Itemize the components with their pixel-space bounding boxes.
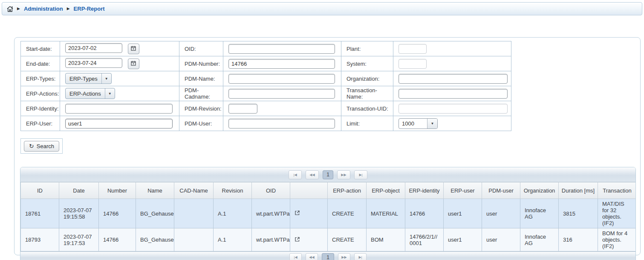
pdm-cadname-input[interactable] <box>228 89 335 99</box>
external-link-icon[interactable] <box>295 210 300 216</box>
pager-next-button[interactable]: ▶▶ <box>338 253 350 260</box>
field-label-pdm-revision: PDM-Revision: <box>179 101 223 116</box>
col-header-erp-object: ERP-object <box>367 182 405 199</box>
start-date-input[interactable] <box>65 43 122 53</box>
cell-id: 18793 <box>21 228 59 251</box>
form-cell <box>223 86 341 101</box>
erp-actions-dropdown-label: ERP-Actions <box>66 88 105 99</box>
col-header-link <box>290 182 328 199</box>
table-header-row: ID Date Number Name CAD-Name Revision OI… <box>21 182 636 199</box>
pager-page-1-button[interactable]: 1 <box>322 253 334 260</box>
field-label-pdm-name: PDM-Name: <box>179 71 223 86</box>
erp-types-dropdown-label: ERP-Types <box>66 73 101 84</box>
cell-erp-identity: 14766 <box>405 199 444 228</box>
cell-erp-action: CREATE <box>328 228 367 251</box>
form-cell: ERP-Actions ▼ <box>60 86 179 101</box>
cell-erp-object: MATERIAL <box>367 199 405 228</box>
table-row[interactable]: 18761 2023-07-07 19:15:58 14766 BG_Gehau… <box>21 199 636 228</box>
erp-report-panel: Start-date: OID: Plant: End-date: PDM-Nu… <box>14 37 641 255</box>
field-label-transaction-uid: Transaction-UID: <box>341 101 393 116</box>
col-header-erp-identity: ERP-identity <box>405 182 444 199</box>
pdm-revision-input[interactable] <box>228 104 257 114</box>
transaction-uid-input[interactable] <box>399 104 508 114</box>
cell-cad-name <box>174 199 214 228</box>
cell-erp-object: BOM <box>367 228 405 251</box>
form-cell <box>393 101 511 116</box>
organization-input[interactable] <box>399 74 508 84</box>
oid-input[interactable] <box>228 44 335 54</box>
system-input[interactable] <box>399 59 427 69</box>
cell-date: 2023-07-07 19:15:58 <box>59 199 99 228</box>
plant-input[interactable] <box>399 44 427 54</box>
pager-next-button[interactable]: ▶▶ <box>337 170 350 179</box>
pdm-number-input[interactable] <box>228 59 335 69</box>
col-header-organization: Organization <box>520 182 559 199</box>
breadcrumb-link-erp-report[interactable]: ERP-Report <box>74 6 105 12</box>
erp-identity-input[interactable] <box>65 104 173 114</box>
pager-last-button[interactable]: ▶| <box>354 170 367 179</box>
cell-erp-action: CREATE <box>328 199 367 228</box>
home-icon[interactable] <box>7 6 13 12</box>
search-button[interactable]: ↻ Search <box>24 141 59 152</box>
col-header-number: Number <box>99 182 136 199</box>
cell-open-object <box>290 228 328 251</box>
breadcrumb-link-administration[interactable]: Administration <box>24 6 63 12</box>
col-header-date: Date <box>59 182 99 199</box>
pdm-user-input[interactable] <box>228 119 335 129</box>
cell-erp-user: user1 <box>444 199 482 228</box>
search-button-label: Search <box>37 143 54 149</box>
form-cell <box>393 41 511 56</box>
table-row[interactable]: 18793 2023-07-07 19:17:53 14766 BG_Gehau… <box>21 228 636 251</box>
pager-bottom: |◀ ◀◀ 1 ▶▶ ▶| <box>20 251 635 260</box>
erp-actions-dropdown[interactable]: ERP-Actions ▼ <box>65 88 115 99</box>
field-label-limit: Limit: <box>341 116 393 131</box>
field-label-start-date: Start-date: <box>21 41 60 56</box>
cell-erp-user: user1 <box>444 228 482 251</box>
col-header-revision: Revision <box>214 182 252 199</box>
transaction-name-input[interactable] <box>399 89 508 99</box>
end-date-calendar-button[interactable] <box>128 58 139 69</box>
form-cell <box>223 101 341 116</box>
pager-first-button[interactable]: |◀ <box>289 253 302 260</box>
form-cell <box>223 41 341 56</box>
cell-organization: Innoface AG <box>520 228 559 251</box>
col-header-pdm-user: PDM-user <box>482 182 520 199</box>
field-label-pdm-cadname: PDM-Cadname: <box>179 86 223 101</box>
cell-date: 2023-07-07 19:17:53 <box>59 228 99 251</box>
calendar-icon <box>131 46 136 52</box>
breadcrumb: ▶ Administration ▶ ERP-Report <box>2 2 642 15</box>
col-header-erp-user: ERP-user <box>444 182 482 199</box>
external-link-icon[interactable] <box>295 237 300 242</box>
field-label-organization: Organization: <box>341 71 393 86</box>
erp-types-dropdown[interactable]: ERP-Types ▼ <box>65 73 112 84</box>
form-cell <box>393 56 511 71</box>
form-cell <box>60 56 179 71</box>
pager-prev-button[interactable]: ◀◀ <box>306 253 318 260</box>
col-header-transaction: Transaction <box>598 182 636 199</box>
pager-last-button[interactable]: ▶| <box>354 253 367 260</box>
pager-first-button[interactable]: |◀ <box>289 170 302 179</box>
cell-cad-name <box>174 228 214 251</box>
refresh-icon: ↻ <box>29 143 34 149</box>
form-cell <box>393 71 511 86</box>
cell-revision: A.1 <box>214 199 252 228</box>
chevron-down-icon: ▼ <box>101 73 111 84</box>
field-label-system: System: <box>341 56 393 71</box>
field-label-erp-user: ERP-User: <box>21 116 60 131</box>
start-date-calendar-button[interactable] <box>128 44 139 54</box>
search-form: Start-date: OID: Plant: End-date: PDM-Nu… <box>20 41 511 131</box>
field-label-transaction-name: Transaction-Name: <box>341 86 393 101</box>
erp-user-input[interactable] <box>65 119 173 129</box>
cell-erp-identity: 14766/2/1//0001 <box>405 228 444 251</box>
form-cell <box>393 86 511 101</box>
pager-prev-button[interactable]: ◀◀ <box>306 170 319 179</box>
form-cell <box>223 71 341 86</box>
limit-select[interactable]: 1000 ▼ <box>399 118 438 129</box>
col-header-oid: OID <box>252 182 290 199</box>
end-date-input[interactable] <box>65 58 122 68</box>
form-cell <box>60 116 179 131</box>
pdm-name-input[interactable] <box>228 74 335 84</box>
chevron-down-icon: ▼ <box>105 88 115 99</box>
pager-page-1-button[interactable]: 1 <box>323 170 333 179</box>
field-label-oid: OID: <box>179 41 223 56</box>
